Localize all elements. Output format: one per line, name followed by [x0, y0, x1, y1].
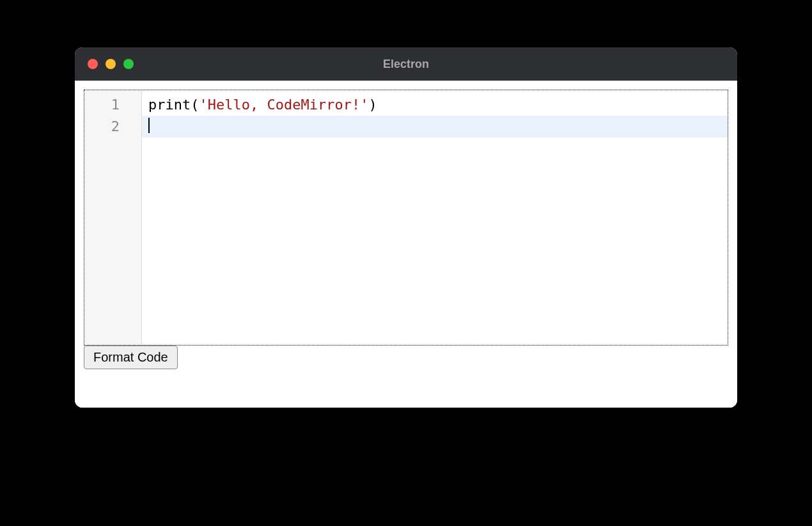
window-title: Electron — [383, 58, 429, 71]
code-token-paren: ) — [368, 97, 377, 113]
zoom-icon[interactable] — [123, 59, 134, 69]
line-number: 1 — [84, 94, 141, 116]
minimize-icon[interactable] — [105, 59, 116, 69]
code-line-active[interactable] — [142, 116, 728, 138]
code-line[interactable]: print('Hello, CodeMirror!') — [142, 94, 728, 116]
format-code-button[interactable]: Format Code — [84, 346, 178, 369]
line-number-gutter: 1 2 — [84, 90, 142, 345]
code-editor[interactable]: 1 2 print('Hello, CodeMirror!') — [84, 90, 728, 346]
traffic-lights — [88, 59, 134, 69]
code-token-func: print — [148, 97, 191, 113]
window-content: 1 2 print('Hello, CodeMirror!') Format C… — [75, 81, 737, 408]
line-number: 2 — [84, 116, 141, 138]
code-token-paren: ( — [191, 97, 199, 113]
editor-body: 1 2 print('Hello, CodeMirror!') — [84, 90, 728, 345]
app-window: Electron 1 2 print('Hello, CodeMirror!')… — [75, 47, 737, 408]
titlebar[interactable]: Electron — [75, 47, 737, 81]
code-token-string: 'Hello, CodeMirror!' — [199, 97, 368, 113]
code-area[interactable]: print('Hello, CodeMirror!') — [142, 90, 728, 345]
close-icon[interactable] — [88, 59, 98, 69]
cursor-icon — [148, 118, 150, 133]
